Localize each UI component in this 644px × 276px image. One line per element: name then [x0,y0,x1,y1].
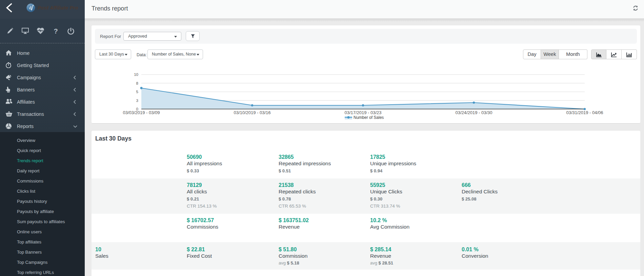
svg-text:10: 10 [134,72,138,77]
svg-text:03/03/2019 - 03/09: 03/03/2019 - 03/09 [123,110,160,115]
svg-text:3: 3 [136,99,138,103]
svg-text:03/24/2019 - 03/30: 03/24/2019 - 03/30 [455,110,492,115]
svg-text:03/10/2019 - 03/16: 03/10/2019 - 03/16 [234,110,270,115]
svg-text:03/31/2019 - 04/06: 03/31/2019 - 04/06 [566,110,603,115]
svg-text:Number of Sales: Number of Sales [354,115,384,120]
svg-text:?: ? [54,28,58,35]
svg-text:5: 5 [136,90,138,94]
svg-text:03/17/2019 - 03/23: 03/17/2019 - 03/23 [344,110,381,115]
svg-text:8: 8 [136,81,138,85]
